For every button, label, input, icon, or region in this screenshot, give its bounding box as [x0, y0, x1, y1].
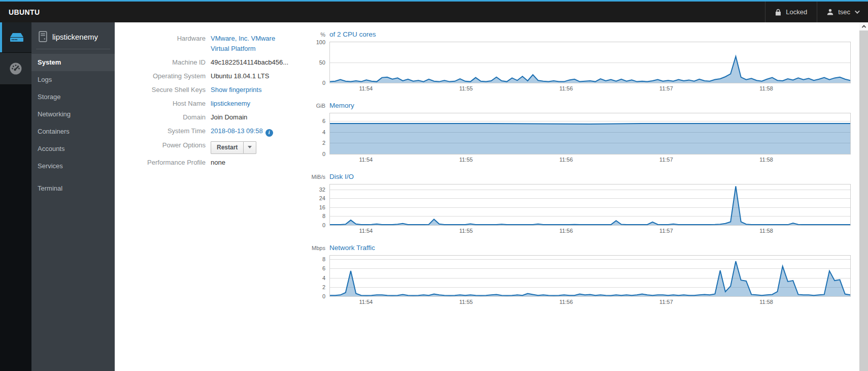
- memory-series-svg: [330, 113, 850, 154]
- user-menu[interactable]: tsec: [817, 2, 868, 22]
- disk-io-xtick-11:56: 11:56: [559, 228, 573, 234]
- performance-profile-label: Performance Profile: [142, 158, 206, 168]
- memory-plot-area: [329, 113, 851, 154]
- cpu-xtick-11:55: 11:55: [459, 85, 473, 91]
- disk-io-plot-area: [329, 184, 851, 226]
- info-row-host-name: Host Namelipstickenemy: [142, 99, 301, 109]
- disk-io-ytick-16: 16: [319, 204, 325, 210]
- disk-io-series-svg: [330, 184, 850, 225]
- rail-spacer: [0, 85, 31, 371]
- hardware-value: VMware, Inc. VMware Virtual Platform: [211, 34, 288, 54]
- locked-label: Locked: [786, 8, 807, 16]
- info-row-domain: DomainJoin Domain: [142, 112, 301, 122]
- sidebar-item-containers[interactable]: Containers: [31, 123, 115, 140]
- cpu-header: %of 2 CPU cores: [301, 30, 851, 38]
- locked-indicator[interactable]: Locked: [765, 2, 817, 22]
- memory-xtick-11:56: 11:56: [559, 157, 573, 163]
- memory-unit-label: GiB: [301, 103, 329, 109]
- disk-io-ytick-0: 0: [322, 222, 325, 228]
- memory-row: 0246: [301, 113, 851, 154]
- sidebar: lipstickenemy SystemLogsStorageNetworkin…: [31, 22, 115, 371]
- sidebar-item-system[interactable]: System: [31, 54, 115, 71]
- sidebar-item-logs[interactable]: Logs: [31, 71, 115, 88]
- caret-down-icon: [248, 146, 252, 148]
- restart-dropdown-toggle[interactable]: [243, 141, 256, 154]
- info-row-machine-id: Machine ID49c1822514114bacb456...: [142, 57, 301, 68]
- cpu-plot-area: [329, 42, 851, 83]
- info-row-power-options: Power OptionsRestart: [142, 140, 301, 154]
- network-xtick-11:57: 11:57: [659, 299, 673, 305]
- disk-io-xtick-11:54: 11:54: [359, 228, 373, 234]
- system-time-link[interactable]: 2018-08-13 09:58: [211, 127, 263, 135]
- cpu-ytick-50: 50: [319, 59, 325, 66]
- scroll-up-button[interactable]: [859, 22, 868, 30]
- host-server-icon: [39, 31, 47, 42]
- cpu-ytick-100: 100: [316, 39, 325, 45]
- network-ytick-8: 8: [322, 256, 325, 262]
- secure-shell-keys-link[interactable]: Show fingerprints: [211, 86, 261, 94]
- network-ytick-4: 4: [322, 275, 325, 281]
- sidebar-nav: SystemLogsStorageNetworkingContainersAcc…: [31, 49, 115, 197]
- chevron-down-icon: [855, 9, 860, 14]
- disk-io-xtick-11:58: 11:58: [759, 228, 773, 234]
- cpu-xtick-11:58: 11:58: [759, 85, 773, 91]
- sidebar-item-storage[interactable]: Storage: [31, 88, 115, 106]
- main-content: HardwareVMware, Inc. VMware Virtual Plat…: [115, 22, 868, 371]
- info-icon[interactable]: i: [265, 129, 273, 137]
- network-ytick-2: 2: [322, 284, 325, 290]
- memory-title-link[interactable]: Memory: [329, 102, 354, 109]
- system-time-value: 2018-08-13 09:58i: [211, 126, 273, 137]
- network-series-svg: [330, 256, 850, 296]
- chart-cpu: %of 2 CPU cores05010011:5411:5511:5611:5…: [301, 30, 851, 93]
- cpu-xtick-11:56: 11:56: [559, 85, 573, 91]
- network-xtick-11:55: 11:55: [459, 299, 473, 305]
- disk-io-title-link[interactable]: Disk I/O: [329, 173, 354, 180]
- host-name-label: Host Name: [142, 99, 206, 109]
- disk-io-header: MiB/sDisk I/O: [301, 173, 851, 180]
- cpu-yaxis: 050100: [301, 42, 329, 83]
- sidebar-item-terminal[interactable]: Terminal: [31, 180, 115, 197]
- chart-disk-io: MiB/sDisk I/O0816243211:5411:5511:5611:5…: [301, 173, 851, 235]
- top-navbar: UBUNTU Locked tsec: [0, 0, 868, 22]
- disk-io-xaxis: 11:5411:5511:5611:5711:58: [329, 228, 851, 235]
- memory-xtick-11:57: 11:57: [659, 157, 673, 163]
- network-header: MbpsNetwork Traffic: [301, 244, 851, 252]
- secure-shell-keys-label: Secure Shell Keys: [142, 85, 206, 95]
- rail-item-machines[interactable]: [0, 22, 31, 52]
- info-row-secure-shell-keys: Secure Shell KeysShow fingerprints: [142, 85, 301, 95]
- memory-yaxis: 0246: [301, 113, 329, 154]
- hardware-link[interactable]: VMware, Inc. VMware Virtual Platform: [211, 34, 288, 54]
- dashboard-gauge-icon: [9, 62, 22, 75]
- hardware-label: Hardware: [142, 34, 206, 54]
- disk-io-ytick-24: 24: [319, 195, 325, 201]
- network-ytick-0: 0: [322, 293, 325, 299]
- cpu-row: 050100: [301, 42, 851, 83]
- restart-button[interactable]: Restart: [211, 141, 244, 154]
- sidebar-item-accounts[interactable]: Accounts: [31, 140, 115, 158]
- vertical-scrollbar[interactable]: [859, 22, 868, 371]
- user-icon: [827, 9, 833, 15]
- disk-io-ytick-32: 32: [319, 187, 325, 193]
- memory-ytick-6: 6: [322, 118, 325, 124]
- memory-ytick-0: 0: [322, 151, 325, 157]
- info-row-system-time: System Time2018-08-13 09:58i: [142, 126, 301, 137]
- rail-item-dashboard[interactable]: [0, 52, 31, 85]
- network-title-link[interactable]: Network Traffic: [329, 244, 375, 252]
- power-options-label: Power Options: [142, 140, 206, 154]
- chart-network: MbpsNetwork Traffic0246811:5411:5511:561…: [301, 244, 851, 306]
- info-row-hardware: HardwareVMware, Inc. VMware Virtual Plat…: [142, 34, 301, 54]
- memory-header: GiBMemory: [301, 102, 851, 109]
- operating-system-label: Operating System: [142, 71, 206, 81]
- host-selector[interactable]: lipstickenemy: [31, 22, 115, 49]
- sidebar-item-services[interactable]: Services: [31, 158, 115, 175]
- sidebar-item-networking[interactable]: Networking: [31, 106, 115, 123]
- host-name-link[interactable]: lipstickenemy: [211, 100, 250, 107]
- app-rail: [0, 22, 31, 371]
- network-xtick-11:54: 11:54: [359, 299, 373, 305]
- domain-label: Domain: [142, 112, 206, 122]
- cpu-title-link[interactable]: of 2 CPU cores: [329, 30, 376, 38]
- system-time-label: System Time: [142, 126, 206, 137]
- memory-ytick-4: 4: [322, 129, 325, 135]
- cpu-unit-label: %: [301, 32, 329, 38]
- cpu-xtick-11:54: 11:54: [359, 85, 373, 91]
